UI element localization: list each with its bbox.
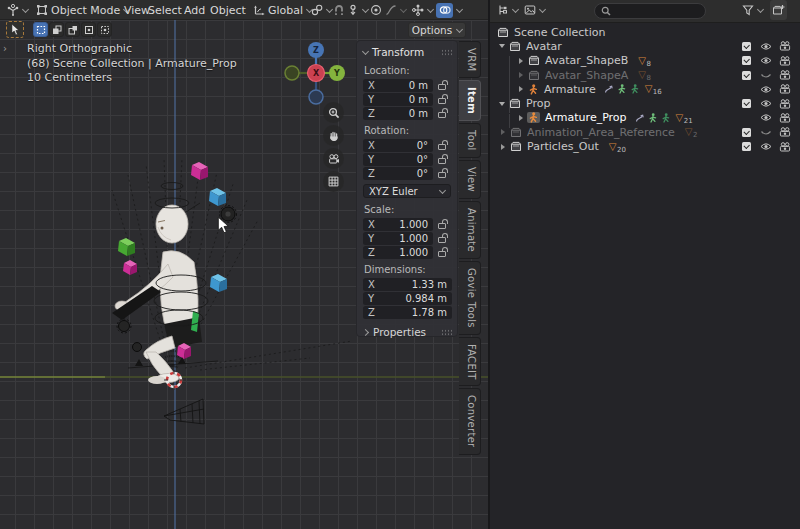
outliner-row-scene-collection[interactable]: Scene Collection: [490, 25, 800, 39]
scale-x-field[interactable]: X 1.000: [363, 218, 433, 231]
outliner-row-animation-area-reference[interactable]: Animation_Area_Reference ▽2: [490, 125, 800, 139]
camera-render-icon[interactable]: [779, 84, 791, 94]
tab-converter[interactable]: Converter: [459, 388, 481, 455]
outliner-row-particles-out[interactable]: Particles_Out ▽20: [490, 139, 800, 153]
transform-orientation-dropdown[interactable]: Global: [253, 0, 312, 20]
panel-grip[interactable]: [441, 329, 452, 336]
dimensions-z-field[interactable]: Z 1.78 m: [363, 306, 452, 319]
transform-panel-header[interactable]: Transform: [357, 44, 457, 61]
tab-faceit[interactable]: FACEIT: [459, 337, 481, 387]
disclosure-right-icon[interactable]: [501, 129, 505, 135]
panel-grip[interactable]: [441, 49, 452, 56]
disclosure-right-icon[interactable]: [519, 115, 523, 121]
hide-eye-icon[interactable]: [760, 99, 772, 108]
location-z-field[interactable]: Z 0 m: [363, 107, 433, 120]
scale-y-field[interactable]: Y 1.000: [363, 232, 433, 245]
select-mode-extend-button[interactable]: [49, 22, 64, 37]
hide-eye-icon[interactable]: [760, 113, 772, 122]
proportional-falloff-button[interactable]: [385, 0, 406, 20]
menu-object[interactable]: Object: [210, 0, 246, 20]
viewport-3d[interactable]: Object Mode View Select Add Object Globa…: [0, 0, 488, 529]
lock-icon[interactable]: [438, 144, 446, 150]
camera-render-icon[interactable]: [779, 127, 791, 137]
show-overlays-button[interactable]: [436, 0, 462, 20]
disclosure-right-icon[interactable]: [501, 144, 505, 150]
disclosure-down-icon[interactable]: [499, 44, 505, 48]
editor-divider[interactable]: [488, 0, 490, 529]
lock-icon[interactable]: [438, 98, 446, 104]
pivot-point-button[interactable]: [311, 0, 332, 20]
camera-render-icon[interactable]: [779, 70, 791, 80]
hide-eye-icon[interactable]: [760, 142, 772, 151]
outliner-row-avatar-shapeb[interactable]: Avatar_ShapeB ▽8: [490, 54, 800, 68]
editor-type-button[interactable]: [7, 0, 28, 20]
gizmo-y-neg-axis[interactable]: [285, 66, 299, 80]
select-mode-set-button[interactable]: [33, 22, 48, 37]
outliner-search[interactable]: [594, 3, 706, 19]
toolbar-expand-arrow[interactable]: ›: [3, 43, 7, 54]
tab-item[interactable]: Item: [459, 80, 481, 121]
hide-eye-icon[interactable]: [760, 85, 772, 94]
snap-target-button[interactable]: [347, 0, 368, 20]
eye-closed-icon[interactable]: [760, 128, 772, 137]
tab-animate[interactable]: Animate: [459, 201, 481, 259]
scale-z-field[interactable]: Z 1.000: [363, 246, 433, 259]
snap-toggle-button[interactable]: [333, 0, 345, 20]
menu-view[interactable]: View: [124, 0, 150, 20]
exclude-checkbox[interactable]: [742, 56, 751, 65]
rotation-mode-dropdown[interactable]: XYZ Euler: [363, 184, 451, 198]
outliner-row-armature[interactable]: Armature ▽16: [490, 82, 800, 96]
perspective-toggle-button[interactable]: [323, 171, 344, 192]
search-input[interactable]: [615, 6, 699, 17]
exclude-checkbox[interactable]: [742, 128, 751, 137]
disclosure-right-icon[interactable]: [519, 72, 523, 78]
outliner-row-avatar-shapea[interactable]: Avatar_ShapeA ▽8: [490, 68, 800, 82]
exclude-checkbox[interactable]: [742, 142, 751, 151]
camera-render-icon[interactable]: [779, 142, 791, 152]
menu-add[interactable]: Add: [184, 0, 205, 20]
location-x-field[interactable]: X 0 m: [363, 79, 433, 92]
tab-tool[interactable]: Tool: [459, 123, 481, 158]
rotation-z-field[interactable]: Z 0°: [363, 167, 433, 180]
proportional-edit-button[interactable]: [370, 0, 382, 20]
outliner-row-avatar[interactable]: Avatar: [490, 39, 800, 53]
filter-button[interactable]: [742, 0, 763, 20]
rotation-y-field[interactable]: Y 0°: [363, 153, 433, 166]
gizmo-z-neg-axis[interactable]: [309, 90, 323, 104]
options-dropdown[interactable]: Options: [408, 22, 466, 38]
zoom-button[interactable]: [323, 102, 344, 123]
menu-select[interactable]: Select: [148, 0, 182, 20]
lock-icon[interactable]: [438, 251, 446, 257]
new-collection-button[interactable]: [770, 0, 787, 20]
pan-button[interactable]: [323, 125, 344, 146]
camera-render-icon[interactable]: [779, 99, 791, 109]
show-gizmo-button[interactable]: [412, 0, 433, 20]
select-mode-subtract-button[interactable]: [65, 22, 80, 37]
exclude-checkbox[interactable]: [742, 99, 751, 108]
lock-icon[interactable]: [438, 172, 446, 178]
dimensions-x-field[interactable]: X 1.33 m: [363, 278, 452, 291]
lock-icon[interactable]: [438, 158, 446, 164]
cone-wireframe[interactable]: [164, 399, 204, 424]
exclude-checkbox[interactable]: [742, 42, 751, 51]
mode-select-button[interactable]: Object Mode: [36, 0, 129, 20]
navigation-gizmo[interactable]: Z Y X: [280, 40, 352, 108]
camera-render-icon[interactable]: [779, 56, 791, 66]
lock-icon[interactable]: [438, 223, 446, 229]
exclude-checkbox[interactable]: [742, 71, 751, 80]
outliner-row-prop[interactable]: Prop: [490, 96, 800, 110]
camera-render-icon[interactable]: [779, 41, 791, 51]
outliner-row-armature-prop[interactable]: Armature_Prop ▽21: [490, 111, 800, 125]
lock-icon[interactable]: [438, 112, 446, 118]
camera-view-button[interactable]: [323, 148, 344, 169]
active-tool-tweak-button[interactable]: [6, 21, 24, 38]
disclosure-right-icon[interactable]: [519, 86, 523, 92]
camera-render-icon[interactable]: [779, 113, 791, 123]
display-mode-button[interactable]: [524, 0, 545, 20]
tab-govie-tools[interactable]: Govie Tools: [459, 261, 481, 335]
select-mode-invert-button[interactable]: [81, 22, 96, 37]
disclosure-down-icon[interactable]: [499, 102, 505, 106]
eye-closed-icon[interactable]: [760, 71, 772, 80]
hide-eye-icon[interactable]: [760, 42, 772, 51]
hide-eye-icon[interactable]: [760, 56, 772, 65]
